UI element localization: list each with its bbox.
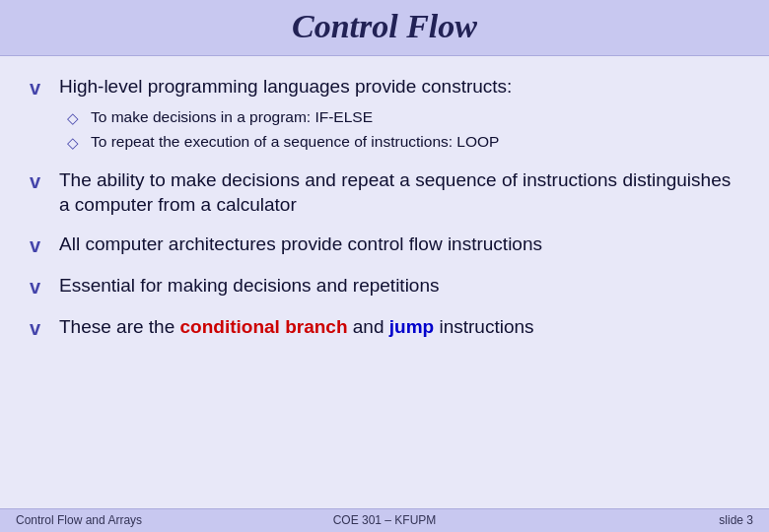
bullet-marker-2: v (30, 168, 49, 195)
bullet-marker-3: v (30, 233, 49, 259)
bullet-marker-4: v (30, 274, 49, 300)
footer-center: COE 301 – KFUPM (261, 513, 507, 527)
sub-text-1-2: To repeat the execution of a sequence of… (91, 132, 499, 153)
bullet-item-5: v These are the conditional branch and j… (30, 314, 739, 342)
sub-text-1-1: To make decisions in a program: IF-ELSE (91, 107, 373, 128)
bullet-text-5: These are the conditional branch and jum… (59, 314, 739, 340)
sub-marker-1-1: ◇ (67, 108, 83, 128)
sub-bullet-1-1: ◇ To make decisions in a program: IF-ELS… (67, 107, 739, 128)
sub-bullet-1-2: ◇ To repeat the execution of a sequence … (67, 132, 739, 153)
footer-right: slide 3 (508, 513, 753, 527)
bullet-item-4: v Essential for making decisions and rep… (30, 273, 739, 300)
slide: Control Flow v High-level programming la… (0, 0, 769, 532)
bullet-marker-5: v (30, 315, 49, 342)
bullet-marker-1: v (30, 75, 49, 101)
bullet-item-3: v All computer architectures provide con… (30, 232, 739, 259)
title-bar: Control Flow (0, 0, 769, 56)
bullet-item-2: v The ability to make decisions and repe… (30, 167, 739, 218)
bullet5-part5: instructions (434, 316, 533, 337)
bullet5-jump: jump (389, 316, 434, 337)
slide-title: Control Flow (292, 8, 477, 44)
slide-content: v High-level programming languages provi… (0, 56, 769, 508)
slide-footer: Control Flow and Arrays COE 301 – KFUPM … (0, 508, 769, 532)
sub-bullets-1: ◇ To make decisions in a program: IF-ELS… (67, 107, 739, 158)
bullet-text-1: High-level programming languages provide… (59, 74, 739, 100)
bullet5-part1: These are the (59, 316, 180, 337)
bullet5-part3: and (347, 316, 388, 337)
bullet-item-1: v High-level programming languages provi… (30, 74, 739, 101)
bullet-text-4: Essential for making decisions and repet… (59, 273, 739, 299)
bullet-text-3: All computer architectures provide contr… (59, 232, 739, 257)
footer-left: Control Flow and Arrays (16, 513, 261, 527)
sub-marker-1-2: ◇ (67, 133, 83, 153)
bullet5-conditional-branch: conditional branch (180, 316, 348, 337)
bullet-text-2: The ability to make decisions and repeat… (59, 167, 739, 218)
